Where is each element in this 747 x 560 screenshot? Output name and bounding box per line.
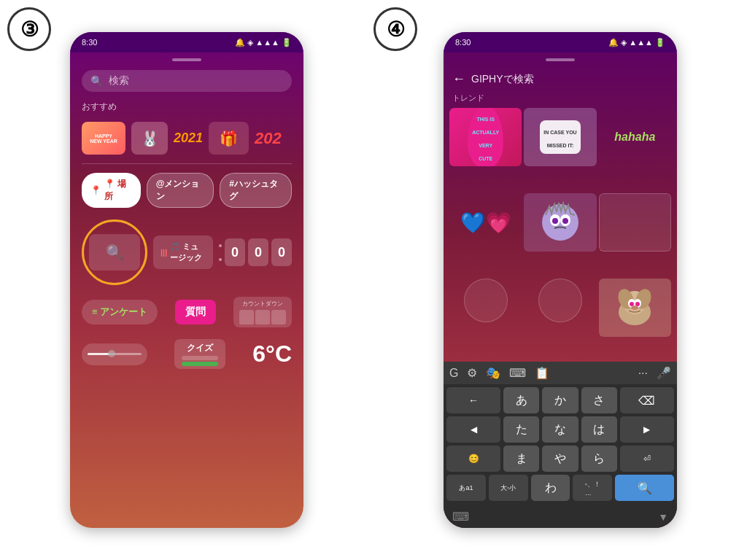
svg-point-13 bbox=[631, 306, 638, 310]
music-label: 🎵 ミュージック bbox=[170, 241, 206, 263]
hashtag-button[interactable]: #ハッシュタグ bbox=[220, 173, 292, 208]
settings-icon[interactable]: ⚙ bbox=[467, 366, 477, 380]
sticker-rabbit2[interactable]: 🎁 bbox=[209, 122, 249, 155]
search-bar-3[interactable]: 🔍 検索 bbox=[82, 70, 292, 92]
key-ra[interactable]: ら bbox=[581, 446, 617, 472]
sticker-2021b[interactable]: 202 bbox=[255, 129, 282, 148]
status-bar-4: 8:30 🔔 ◈ ▲▲▲ 🔋 bbox=[444, 32, 677, 52]
keyboard-toolbar: G ⚙ 🎭 ⌨ 📋 ··· 🎤 bbox=[444, 362, 677, 384]
right-key[interactable]: ▶ bbox=[620, 416, 674, 443]
slider-widget[interactable] bbox=[82, 343, 147, 365]
giphy-item-7[interactable] bbox=[449, 279, 522, 337]
search-icon-3: 🔍 bbox=[90, 75, 103, 87]
screen-3: 8:30 🔔 ◈ ▲▲▲ 🔋 🔍 検索 おすすめ HAPPYNEW YEAR bbox=[70, 32, 303, 528]
sticker-2021a[interactable]: 2021 bbox=[174, 131, 203, 146]
giphy-item-4[interactable]: 💙💗 bbox=[449, 193, 522, 252]
dakuten-key[interactable]: 大◦小 bbox=[489, 475, 528, 501]
countdown-sticker: 0 0 0 bbox=[219, 238, 292, 266]
svg-point-3 bbox=[552, 218, 558, 224]
middle-row-3: 🔍 ||| 🎵 ミュージック 0 0 0 bbox=[70, 214, 303, 291]
gif-search-circle[interactable]: 🔍 bbox=[82, 219, 147, 285]
key-na[interactable]: な bbox=[542, 416, 578, 443]
music-button[interactable]: ||| 🎵 ミュージック bbox=[153, 236, 213, 269]
backspace-key[interactable]: ⌫ bbox=[620, 387, 674, 413]
keyboard-rows: ← あ か さ ⌫ ◀ た な は ▶ bbox=[444, 384, 677, 507]
giphy-header: ← GIPHYで検索 bbox=[444, 67, 677, 91]
sticker-newyear[interactable]: HAPPYNEW YEAR bbox=[82, 122, 125, 155]
key-a[interactable]: あ bbox=[503, 387, 539, 413]
mention-label: @メンション bbox=[156, 178, 204, 203]
quiz-widget[interactable]: クイズ bbox=[174, 339, 225, 369]
status-bar-3: 8:30 🔔 ◈ ▲▲▲ 🔋 bbox=[70, 32, 303, 52]
key-sa[interactable]: さ bbox=[581, 387, 617, 413]
back-button[interactable]: ← bbox=[452, 71, 465, 87]
temperature-widget: 6°C bbox=[252, 341, 292, 368]
drag-handle-4[interactable] bbox=[546, 58, 575, 61]
switch-key[interactable]: あa1 bbox=[446, 475, 486, 501]
enter-key[interactable]: ⏎ bbox=[620, 446, 674, 472]
keyboard-icon[interactable]: ⌨ bbox=[509, 366, 526, 380]
key-ma[interactable]: ま bbox=[503, 446, 539, 472]
place-button[interactable]: 📍 📍 場所 bbox=[82, 173, 141, 208]
question-button[interactable]: 質問 bbox=[175, 300, 216, 324]
digit-3: 0 bbox=[271, 238, 292, 266]
monster-sticker bbox=[524, 193, 596, 252]
giphy-item-2[interactable]: IN CASE YOUMISSED IT: bbox=[524, 108, 596, 166]
emoji-palette-icon[interactable]: 🎭 bbox=[486, 366, 500, 380]
chevron-down-icon[interactable]: ▼ bbox=[658, 511, 668, 523]
empty-sticker-2 bbox=[464, 279, 508, 322]
empty-sticker-1 bbox=[599, 193, 671, 252]
mention-button[interactable]: @メンション bbox=[147, 173, 214, 208]
google-icon[interactable]: G bbox=[449, 367, 458, 380]
screen-4: 8:30 🔔 ◈ ▲▲▲ 🔋 ← GIPHYで検索 トレンド bbox=[444, 32, 677, 528]
emoji-key[interactable]: 😊 bbox=[446, 446, 500, 472]
sticker-rabbit1[interactable]: 🐰 bbox=[131, 122, 168, 155]
clipboard-icon[interactable]: 📋 bbox=[535, 366, 549, 380]
countdown-label: カウントダウン bbox=[239, 300, 286, 308]
countdown-widget[interactable]: カウントダウン bbox=[233, 297, 292, 327]
poll-button[interactable]: ≡ アンケート bbox=[82, 300, 158, 324]
giphy-grid: THIS ISACTUALLYVERYCUTE IN CASE YOUMISSE… bbox=[444, 108, 677, 362]
giphy-item-8[interactable] bbox=[524, 279, 596, 337]
search-placeholder-3: 検索 bbox=[109, 74, 129, 88]
giphy-item-9[interactable] bbox=[599, 279, 671, 337]
key-wa[interactable]: わ bbox=[531, 475, 570, 501]
time-3: 8:30 bbox=[82, 38, 97, 47]
digit-2: 0 bbox=[248, 238, 268, 266]
search-key[interactable]: 🔍 bbox=[615, 475, 674, 501]
svg-point-11 bbox=[630, 302, 634, 306]
giphy-item-6[interactable] bbox=[599, 193, 671, 252]
status-icons-3: 🔔 ◈ ▲▲▲ 🔋 bbox=[235, 38, 292, 47]
music-bars-icon: ||| bbox=[160, 248, 167, 257]
giphy-item-3[interactable]: hahaha bbox=[599, 108, 671, 166]
place-label: 📍 場所 bbox=[104, 178, 132, 203]
kb-row-3: 😊 ま や ら ⏎ bbox=[446, 446, 674, 472]
key-ka[interactable]: か bbox=[542, 387, 578, 413]
drag-handle-3[interactable] bbox=[172, 58, 201, 61]
keyboard-layout-icon[interactable]: ⌨ bbox=[452, 510, 469, 524]
key-ya[interactable]: や bbox=[542, 446, 578, 472]
punct-key[interactable]: ◦、！… bbox=[573, 475, 612, 501]
dog-sticker bbox=[599, 279, 671, 337]
gif-search-inner: 🔍 bbox=[89, 234, 140, 271]
empty-sticker-3 bbox=[538, 279, 582, 322]
giphy-item-1[interactable]: THIS ISACTUALLYVERYCUTE bbox=[449, 108, 522, 166]
kb-row-4: あa1 大◦小 わ ◦、！… 🔍 bbox=[446, 475, 674, 501]
key-ha[interactable]: は bbox=[581, 416, 617, 443]
svg-point-12 bbox=[635, 302, 640, 306]
status-icons-4: 🔔 ◈ ▲▲▲ 🔋 bbox=[608, 38, 665, 47]
quick-actions-row: 📍 📍 場所 @メンション #ハッシュタグ bbox=[70, 167, 303, 214]
giphy-item-5[interactable] bbox=[524, 193, 596, 252]
giphy-title: GIPHYで検索 bbox=[471, 73, 534, 86]
kb-row-2: ◀ た な は ▶ bbox=[446, 416, 674, 443]
left-key[interactable]: ◀ bbox=[446, 416, 500, 443]
time-4: 8:30 bbox=[455, 38, 471, 47]
place-icon: 📍 bbox=[90, 185, 101, 195]
mic-icon[interactable]: 🎤 bbox=[657, 366, 671, 380]
back-key[interactable]: ← bbox=[446, 387, 500, 413]
hearts-sticker: 💙💗 bbox=[460, 211, 511, 235]
more-icon[interactable]: ··· bbox=[638, 367, 648, 380]
step-3-badge: ③ bbox=[7, 7, 51, 51]
trend-label: トレンド bbox=[444, 91, 677, 108]
key-ta[interactable]: た bbox=[503, 416, 539, 443]
